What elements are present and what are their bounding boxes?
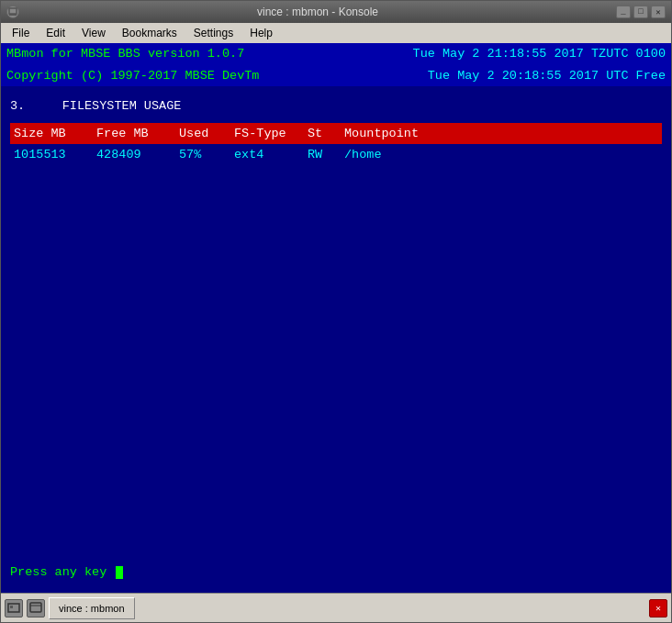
menu-bookmarks[interactable]: Bookmarks xyxy=(115,25,185,41)
section-heading: FILESYSTEM USAGE xyxy=(62,99,182,113)
terminal-header-1: MBmon for MBSE BBS version 1.0.7 Tue May… xyxy=(1,43,671,65)
title-bar: vince : mbmon - Konsole _ □ ✕ xyxy=(1,1,671,23)
title-bar-left xyxy=(6,6,19,18)
maximize-button[interactable]: □ xyxy=(633,6,648,18)
col-header-free: Free MB xyxy=(96,125,179,143)
svg-rect-1 xyxy=(9,14,17,16)
menu-help[interactable]: Help xyxy=(242,25,280,41)
header1-left: MBmon for MBSE BBS version 1.0.7 xyxy=(6,45,244,63)
terminal-header-2: Copyright (C) 1997-2017 MBSE DevTm Tue M… xyxy=(1,65,671,87)
col-header-fstype: FS-Type xyxy=(234,125,308,143)
svg-rect-4 xyxy=(30,603,41,612)
header2-left: Copyright (C) 1997-2017 MBSE DevTm xyxy=(6,67,259,85)
taskbar-icon-left xyxy=(5,599,23,617)
header1-right: Tue May 2 21:18:55 2017 TZUTC 0100 xyxy=(413,45,666,63)
section-number: 3. xyxy=(10,99,25,113)
col-header-size: Size MB xyxy=(14,125,96,143)
col-header-st: St xyxy=(308,125,344,143)
table-header-row: Size MB Free MB Used FS-Type St Mountpoi… xyxy=(10,123,662,145)
svg-rect-3 xyxy=(10,606,13,608)
table-row: 1015513 428409 57% ext4 RW /home xyxy=(10,144,662,166)
cell-used: 57% xyxy=(179,146,234,164)
col-header-used: Used xyxy=(179,125,234,143)
terminal[interactable]: MBmon for MBSE BBS version 1.0.7 Tue May… xyxy=(1,43,671,593)
taskbar: vince : mbmon ✕ xyxy=(1,593,671,622)
cell-st: RW xyxy=(308,146,344,164)
close-session-icon[interactable]: ✕ xyxy=(649,599,667,617)
header2-right: Tue May 2 20:18:55 2017 UTC Free xyxy=(428,67,666,85)
menu-settings[interactable]: Settings xyxy=(186,25,241,41)
terminal-prompt-area: Press any key xyxy=(1,556,671,593)
minimize-button[interactable]: _ xyxy=(616,6,631,18)
close-button[interactable]: ✕ xyxy=(651,6,666,18)
menubar: File Edit View Bookmarks Settings Help xyxy=(1,23,671,43)
menu-edit[interactable]: Edit xyxy=(39,25,73,41)
svg-rect-2 xyxy=(8,604,19,612)
window-title: vince : mbmon - Konsole xyxy=(19,6,616,18)
window-icon xyxy=(6,6,19,18)
col-header-mount: Mountpoint xyxy=(344,125,658,143)
taskbar-window-button[interactable]: vince : mbmon xyxy=(49,597,135,619)
menu-view[interactable]: View xyxy=(74,25,113,41)
cell-mount: /home xyxy=(344,146,658,164)
window-controls: _ □ ✕ xyxy=(616,6,666,18)
taskbar-end: ✕ xyxy=(649,599,667,617)
cell-fstype: ext4 xyxy=(234,146,308,164)
main-window: vince : mbmon - Konsole _ □ ✕ File Edit … xyxy=(0,0,672,623)
terminal-body: 3. FILESYSTEM USAGE Size MB Free MB Used… xyxy=(1,86,671,556)
cell-free: 428409 xyxy=(96,146,179,164)
svg-rect-0 xyxy=(9,8,17,14)
menu-file[interactable]: File xyxy=(5,25,37,41)
section-title: 3. FILESYSTEM USAGE xyxy=(10,97,662,116)
terminal-cursor xyxy=(116,566,123,579)
press-any-key-text: Press any key xyxy=(10,565,106,579)
taskbar-icon-second xyxy=(27,599,45,617)
cell-size: 1015513 xyxy=(14,146,96,164)
